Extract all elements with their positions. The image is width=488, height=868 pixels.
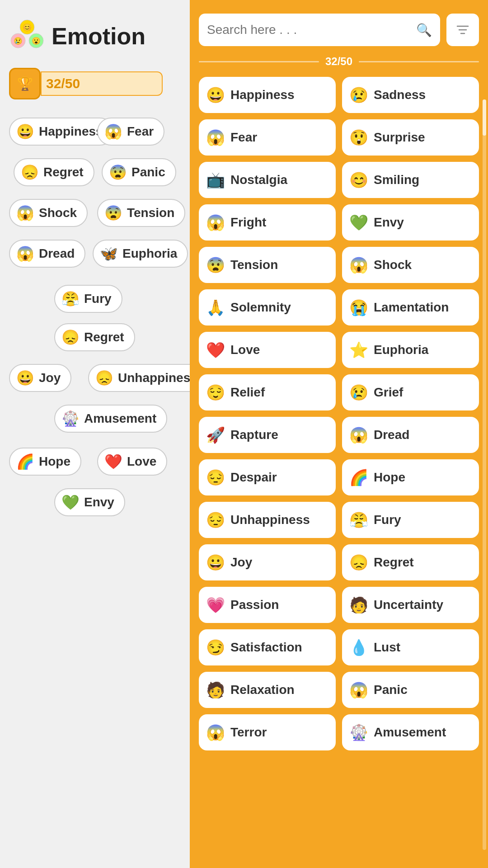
emotion-emoji: 💧	[349, 638, 368, 656]
emotion-card-dread[interactable]: 😱 Dread	[342, 417, 479, 453]
emotion-label: Envy	[374, 215, 404, 230]
emotion-emoji: 😱	[206, 723, 225, 741]
emotion-card-hope[interactable]: 🌈 Hope	[342, 459, 479, 495]
emotion-card-fury[interactable]: 😤 Fury	[342, 502, 479, 538]
emotion-label: Terror	[230, 725, 267, 740]
search-input[interactable]	[207, 23, 412, 37]
emotion-card-lamentation[interactable]: 😭 Lamentation	[342, 289, 479, 326]
search-input-wrap[interactable]: 🔍	[199, 14, 440, 46]
shock-emoji: 😱	[16, 204, 34, 222]
fury-label: Fury	[84, 292, 112, 306]
progress-bar-container: 🏆 32/50	[9, 68, 163, 99]
emotion-card-panic[interactable]: 😱 Panic	[342, 672, 479, 708]
chip-regret[interactable]: 😞 Regret	[14, 158, 94, 186]
scrollbar-thumb	[483, 99, 486, 136]
emotion-label: Grief	[374, 385, 403, 400]
emotion-label: Dread	[374, 428, 409, 442]
svg-text:😢: 😢	[14, 37, 23, 45]
emotion-label: Rapture	[230, 428, 278, 442]
fury-emoji: 😤	[61, 290, 80, 307]
filter-button[interactable]	[446, 14, 479, 46]
emotion-label: Smiling	[374, 173, 419, 187]
emotion-card-tension[interactable]: 😨 Tension	[199, 247, 336, 283]
emotion-card-regret[interactable]: 😞 Regret	[342, 544, 479, 580]
chip-hope[interactable]: 🌈 Hope	[9, 448, 81, 476]
emotion-card-amusement[interactable]: 🎡 Amusement	[342, 714, 479, 750]
regret-label: Regret	[43, 165, 84, 179]
fear-label: Fear	[127, 124, 154, 139]
panic-label: Panic	[131, 165, 165, 179]
chip-envy[interactable]: 💚 Envy	[54, 488, 125, 516]
emotion-card-nostalgia[interactable]: 📺 Nostalgia	[199, 162, 336, 198]
emotion-card-euphoria[interactable]: ⭐ Euphoria	[342, 332, 479, 368]
emotion-card-uncertainty[interactable]: 🧑 Uncertainty	[342, 587, 479, 623]
search-button[interactable]: 🔍	[416, 23, 432, 38]
right-panel: 🔍 32/50 😀 Happiness 😢 Sadness 😱 Fear 😲 S…	[190, 0, 488, 868]
chip-joy[interactable]: 😀 Joy	[9, 364, 71, 392]
dread-emoji: 😱	[16, 245, 34, 262]
emotion-card-grief[interactable]: 😢 Grief	[342, 374, 479, 410]
regret-emoji: 😞	[21, 164, 39, 181]
emotion-emoji: 😢	[349, 86, 368, 104]
amusement-emoji: 🎡	[61, 410, 80, 427]
emotion-card-love[interactable]: ❤️ Love	[199, 332, 336, 368]
emotion-card-fright[interactable]: 😱 Fright	[199, 204, 336, 241]
emotion-card-joy[interactable]: 😀 Joy	[199, 544, 336, 580]
chip-panic[interactable]: 😨 Panic	[102, 158, 176, 186]
emotion-emoji: 😔	[206, 468, 225, 486]
emotion-card-shock[interactable]: 😱 Shock	[342, 247, 479, 283]
emotion-emoji: 😲	[349, 128, 368, 146]
emotion-emoji: 💚	[349, 213, 368, 231]
emotion-card-satisfaction[interactable]: 😏 Satisfaction	[199, 629, 336, 665]
emotion-emoji: 🙏	[206, 298, 225, 316]
chip-euphoria[interactable]: 🦋 Euphoria	[93, 240, 188, 268]
emotion-card-terror[interactable]: 😱 Terror	[199, 714, 336, 750]
chip-dread[interactable]: 😱 Dread	[9, 240, 85, 268]
emotion-label: Lust	[374, 640, 400, 655]
dread-label: Dread	[39, 246, 75, 261]
amusement-label: Amusement	[84, 411, 156, 426]
emotion-card-smiling[interactable]: 😊 Smiling	[342, 162, 479, 198]
chip-fury[interactable]: 😤 Fury	[54, 285, 122, 313]
hope-emoji: 🌈	[16, 453, 34, 470]
emotion-label: Amusement	[374, 725, 446, 740]
emotion-label: Fear	[230, 130, 257, 145]
emotion-card-sadness[interactable]: 😢 Sadness	[342, 77, 479, 113]
svg-text:😮: 😮	[32, 37, 41, 45]
emotion-card-relaxation[interactable]: 🧑 Relaxation	[199, 672, 336, 708]
emotion-emoji: ⭐	[349, 341, 368, 359]
emotion-card-envy[interactable]: 💚 Envy	[342, 204, 479, 241]
emotion-card-relief[interactable]: 😌 Relief	[199, 374, 336, 410]
emotion-label: Joy	[230, 555, 252, 570]
emotion-card-rapture[interactable]: 🚀 Rapture	[199, 417, 336, 453]
emotion-emoji: 🌈	[349, 468, 368, 486]
emotion-card-happiness[interactable]: 😀 Happiness	[199, 77, 336, 113]
emotion-label: Passion	[230, 598, 279, 612]
fear-emoji: 😱	[104, 123, 122, 140]
emotion-card-despair[interactable]: 😔 Despair	[199, 459, 336, 495]
regret2-label: Regret	[84, 330, 124, 344]
chip-amusement[interactable]: 🎡 Amusement	[54, 405, 167, 433]
chip-regret2[interactable]: 😞 Regret	[54, 323, 135, 351]
chip-tension[interactable]: 😨 Tension	[97, 199, 185, 227]
emotion-card-unhappiness[interactable]: 😔 Unhappiness	[199, 502, 336, 538]
emotion-card-lust[interactable]: 💧 Lust	[342, 629, 479, 665]
love-label: Love	[127, 454, 156, 469]
chip-love[interactable]: ❤️ Love	[97, 448, 167, 476]
emotion-label: Lamentation	[374, 300, 449, 315]
shock-label: Shock	[39, 206, 77, 220]
emotion-card-fear[interactable]: 😱 Fear	[199, 119, 336, 156]
emotion-card-solemnity[interactable]: 🙏 Solemnity	[199, 289, 336, 326]
emotion-card-passion[interactable]: 💗 Passion	[199, 587, 336, 623]
emotion-card-surprise[interactable]: 😲 Surprise	[342, 119, 479, 156]
emotion-emoji: 😀	[206, 86, 225, 104]
emotion-label: Fury	[374, 513, 401, 527]
chip-fear[interactable]: 😱 Fear	[97, 118, 164, 146]
chip-shock[interactable]: 😱 Shock	[9, 199, 88, 227]
joy-emoji: 😀	[16, 369, 34, 387]
emotion-label: Euphoria	[374, 343, 428, 357]
emotion-label: Nostalgia	[230, 173, 287, 187]
emotion-label: Regret	[374, 555, 414, 570]
emotion-label: Sadness	[374, 88, 426, 102]
emotion-label: Hope	[374, 470, 405, 485]
